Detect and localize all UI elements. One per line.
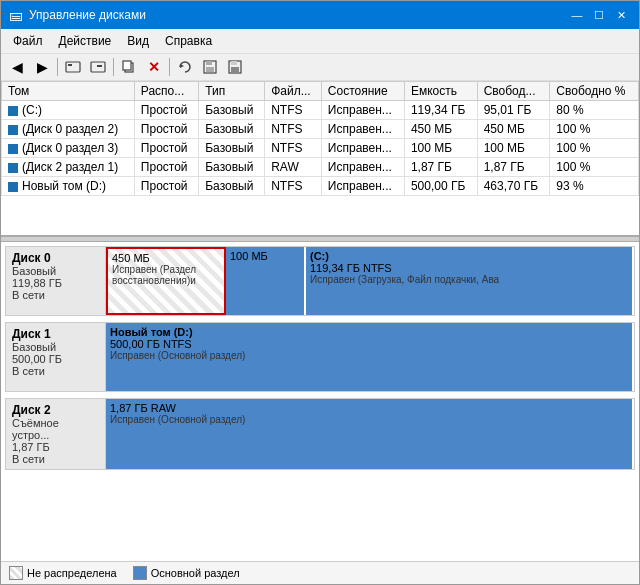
minimize-button[interactable]: —	[567, 6, 587, 24]
legend-unalloc: Не распределена	[9, 566, 117, 580]
disk-label-1: Диск 1 Базовый 500,00 ГБ В сети	[6, 323, 106, 391]
disk-status-1: В сети	[12, 365, 99, 377]
table-cell-1-5: 450 МБ	[404, 120, 477, 139]
table-cell-1-0: (Диск 0 раздел 2)	[2, 120, 135, 139]
menu-action[interactable]: Действие	[51, 31, 120, 51]
volumes-table: Том Распо... Тип Файл... Состояние Емкос…	[1, 81, 639, 196]
disk-icon	[8, 163, 18, 173]
table-cell-3-4: Исправен...	[321, 158, 404, 177]
partition-size-0-0: 450 МБ	[112, 252, 220, 264]
table-cell-0-2: Базовый	[199, 101, 265, 120]
partition-info-2-0: Исправен (Основной раздел)	[110, 414, 628, 425]
table-cell-3-6: 1,87 ГБ	[477, 158, 550, 177]
toolbar-disk2[interactable]	[86, 56, 110, 78]
table-row[interactable]: Новый том (D:)ПростойБазовыйNTFSИсправен…	[2, 177, 639, 196]
table-cell-1-1: Простой	[134, 120, 198, 139]
maximize-button[interactable]: ☐	[589, 6, 609, 24]
svg-rect-5	[123, 61, 131, 70]
main-window: 🖴 Управление дисками — ☐ ✕ Файл Действие…	[0, 0, 640, 585]
disk-area[interactable]: Диск 0 Базовый 119,88 ГБ В сети 450 МБИс…	[1, 242, 639, 561]
menu-bar: Файл Действие Вид Справка	[1, 29, 639, 54]
table-cell-3-3: RAW	[265, 158, 322, 177]
toolbar-save2[interactable]	[223, 56, 247, 78]
col-file: Файл...	[265, 82, 322, 101]
svg-rect-8	[206, 61, 212, 65]
toolbar-forward[interactable]: ▶	[30, 56, 54, 78]
table-row[interactable]: (Диск 0 раздел 2)ПростойБазовыйNTFSИспра…	[2, 120, 639, 139]
disk-icon	[8, 106, 18, 116]
legend-unalloc-label: Не распределена	[27, 567, 117, 579]
title-controls: — ☐ ✕	[567, 6, 631, 24]
menu-help[interactable]: Справка	[157, 31, 220, 51]
partition-size-0-2: 119,34 ГБ NTFS	[310, 262, 628, 274]
table-cell-2-3: NTFS	[265, 139, 322, 158]
table-cell-0-3: NTFS	[265, 101, 322, 120]
disk-row-0: Диск 0 Базовый 119,88 ГБ В сети 450 МБИс…	[5, 246, 635, 316]
disk-type-0: Базовый	[12, 265, 99, 277]
main-content: Том Распо... Тип Файл... Состояние Емкос…	[1, 81, 639, 584]
table-cell-1-4: Исправен...	[321, 120, 404, 139]
table-cell-3-0: (Диск 2 раздел 1)	[2, 158, 135, 177]
toolbar-delete[interactable]: ✕	[142, 56, 166, 78]
disk-icon	[8, 144, 18, 154]
table-cell-4-7: 93 %	[550, 177, 639, 196]
table-cell-1-6: 450 МБ	[477, 120, 550, 139]
disk-name-2: Диск 2	[12, 403, 99, 417]
disk-partitions-1: Новый том (D:)500,00 ГБ NTFSИсправен (Ос…	[106, 323, 634, 391]
svg-rect-9	[206, 67, 214, 72]
table-cell-3-1: Простой	[134, 158, 198, 177]
col-state: Состояние	[321, 82, 404, 101]
toolbar-back[interactable]: ◀	[5, 56, 29, 78]
toolbar-copy[interactable]	[117, 56, 141, 78]
table-area[interactable]: Том Распо... Тип Файл... Состояние Емкос…	[1, 81, 639, 236]
table-cell-3-7: 100 %	[550, 158, 639, 177]
col-rasp: Распо...	[134, 82, 198, 101]
table-cell-2-1: Простой	[134, 139, 198, 158]
disk-size-0: 119,88 ГБ	[12, 277, 99, 289]
table-cell-2-0: (Диск 0 раздел 3)	[2, 139, 135, 158]
partition-0-1[interactable]: 100 МБ	[226, 247, 306, 315]
disk-status-2: В сети	[12, 453, 99, 465]
table-cell-1-3: NTFS	[265, 120, 322, 139]
partition-0-2[interactable]: (C:)119,34 ГБ NTFSИсправен (Загрузка, Фа…	[306, 247, 634, 315]
partition-0-0[interactable]: 450 МБИсправен (Раздел восстановления)и	[106, 247, 226, 315]
menu-file[interactable]: Файл	[5, 31, 51, 51]
partition-info-0-2: Исправен (Загрузка, Файл подкачки, Ава	[310, 274, 628, 285]
table-cell-2-6: 100 МБ	[477, 139, 550, 158]
partition-1-0[interactable]: Новый том (D:)500,00 ГБ NTFSИсправен (Ос…	[106, 323, 634, 391]
table-cell-2-7: 100 %	[550, 139, 639, 158]
table-cell-4-5: 500,00 ГБ	[404, 177, 477, 196]
toolbar-sep-2	[113, 58, 114, 76]
disk-partitions-2: 1,87 ГБ RAWИсправен (Основной раздел)	[106, 399, 634, 469]
col-tip: Тип	[199, 82, 265, 101]
disk-size-1: 500,00 ГБ	[12, 353, 99, 365]
col-free: Свобод...	[477, 82, 550, 101]
table-cell-4-0: Новый том (D:)	[2, 177, 135, 196]
svg-rect-11	[231, 61, 237, 65]
toolbar: ◀ ▶ ✕	[1, 54, 639, 81]
menu-view[interactable]: Вид	[119, 31, 157, 51]
title-bar-left: 🖴 Управление дисками	[9, 7, 146, 23]
table-row[interactable]: (Диск 0 раздел 3)ПростойБазовыйNTFSИспра…	[2, 139, 639, 158]
partition-2-0[interactable]: 1,87 ГБ RAWИсправен (Основной раздел)	[106, 399, 634, 469]
table-cell-1-2: Базовый	[199, 120, 265, 139]
table-row[interactable]: (C:)ПростойБазовыйNTFSИсправен...119,34 …	[2, 101, 639, 120]
toolbar-refresh[interactable]	[173, 56, 197, 78]
table-row[interactable]: (Диск 2 раздел 1)ПростойБазовыйRAWИсправ…	[2, 158, 639, 177]
disk-partitions-0: 450 МБИсправен (Раздел восстановления)и1…	[106, 247, 634, 315]
window-title: Управление дисками	[29, 8, 146, 22]
partition-info-1-0: Исправен (Основной раздел)	[110, 350, 628, 361]
legend: Не распределена Основной раздел	[1, 561, 639, 584]
toolbar-sep-1	[57, 58, 58, 76]
table-cell-4-3: NTFS	[265, 177, 322, 196]
svg-rect-12	[231, 67, 239, 72]
disk-row-2: Диск 2 Съёмное устро... 1,87 ГБ В сети 1…	[5, 398, 635, 470]
table-cell-0-0: (C:)	[2, 101, 135, 120]
toolbar-save1[interactable]	[198, 56, 222, 78]
disk-icon	[8, 125, 18, 135]
col-cap: Емкость	[404, 82, 477, 101]
toolbar-disk1[interactable]	[61, 56, 85, 78]
close-button[interactable]: ✕	[611, 6, 631, 24]
svg-marker-6	[180, 64, 184, 68]
disk-label-2: Диск 2 Съёмное устро... 1,87 ГБ В сети	[6, 399, 106, 469]
